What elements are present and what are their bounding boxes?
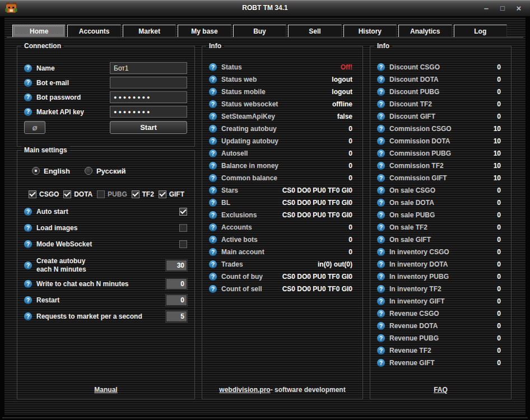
- market-api-key-input[interactable]: [110, 106, 187, 118]
- help-icon[interactable]: ?: [24, 240, 32, 248]
- tab-analytics[interactable]: Analytics: [398, 25, 452, 37]
- checkbox-icon[interactable]: [132, 190, 140, 198]
- info-row-in-inventory-tf2: ? In inventory TF2 0: [370, 283, 511, 295]
- game-option-tf2[interactable]: TF2: [132, 190, 154, 198]
- checkbox-icon[interactable]: [29, 190, 36, 198]
- checkbox-icon[interactable]: [63, 190, 71, 198]
- help-icon[interactable]: ?: [209, 223, 217, 231]
- maximize-button[interactable]: □: [496, 2, 509, 13]
- help-icon[interactable]: ?: [377, 211, 385, 219]
- help-icon[interactable]: ?: [377, 236, 385, 244]
- game-option-dota[interactable]: DOTA: [63, 190, 92, 198]
- help-icon[interactable]: ?: [377, 260, 385, 268]
- help-icon[interactable]: ?: [377, 297, 385, 305]
- help-icon[interactable]: ?: [209, 137, 217, 145]
- write-to-chat-each-n-minutes-input[interactable]: [166, 278, 187, 290]
- help-icon[interactable]: ?: [209, 236, 217, 244]
- help-icon[interactable]: ?: [377, 137, 385, 145]
- help-icon[interactable]: ?: [24, 280, 32, 288]
- help-icon[interactable]: ?: [209, 162, 217, 170]
- help-icon[interactable]: ?: [24, 296, 32, 304]
- help-icon[interactable]: ?: [377, 100, 385, 108]
- help-icon[interactable]: ?: [377, 150, 385, 157]
- help-icon[interactable]: ?: [209, 186, 217, 194]
- help-icon[interactable]: ?: [209, 150, 217, 157]
- name-input[interactable]: [110, 62, 187, 74]
- language-option-русский[interactable]: Русский: [85, 167, 126, 175]
- help-icon[interactable]: ?: [209, 76, 217, 83]
- help-icon[interactable]: ?: [377, 359, 385, 367]
- help-icon[interactable]: ?: [377, 76, 385, 83]
- help-icon[interactable]: ?: [377, 273, 385, 281]
- tab-sell[interactable]: Sell: [288, 25, 341, 37]
- toggle-password-visibility-button[interactable]: ø: [24, 121, 45, 134]
- game-option-pubg[interactable]: PUBG: [97, 190, 127, 198]
- tab-history[interactable]: History: [343, 25, 397, 37]
- help-icon[interactable]: ?: [209, 100, 217, 108]
- help-icon[interactable]: ?: [377, 285, 385, 293]
- checkbox-icon[interactable]: [159, 190, 166, 198]
- webdivision-link[interactable]: webdivision.pro: [219, 386, 270, 394]
- help-icon[interactable]: ?: [377, 162, 385, 170]
- help-icon[interactable]: ?: [209, 113, 217, 120]
- help-icon[interactable]: ?: [209, 285, 217, 293]
- faq-link[interactable]: FAQ: [434, 386, 448, 394]
- help-icon[interactable]: ?: [377, 186, 385, 194]
- close-button[interactable]: ×: [512, 2, 526, 13]
- start-button[interactable]: Start: [110, 121, 187, 134]
- help-icon[interactable]: ?: [377, 223, 385, 231]
- checkbox-icon[interactable]: [179, 224, 187, 232]
- checkbox-icon[interactable]: [97, 190, 105, 198]
- help-icon[interactable]: ?: [377, 88, 385, 96]
- tab-log[interactable]: Log: [454, 25, 507, 37]
- help-icon[interactable]: ?: [377, 322, 385, 330]
- help-icon[interactable]: ?: [209, 211, 217, 219]
- help-icon[interactable]: ?: [24, 224, 32, 232]
- minimize-button[interactable]: –: [480, 2, 493, 13]
- info-row-common-balance: ? Common balance 0: [202, 172, 362, 184]
- game-option-csgo[interactable]: CSGO: [29, 190, 59, 198]
- game-option-gift[interactable]: GIFT: [159, 190, 184, 198]
- bot-e-mail-input[interactable]: [110, 77, 187, 88]
- help-icon[interactable]: ?: [24, 94, 32, 101]
- help-icon[interactable]: ?: [377, 310, 385, 318]
- help-icon[interactable]: ?: [209, 273, 217, 281]
- tab-market[interactable]: Market: [123, 25, 176, 37]
- create-autobuy-each-n-minutes-input[interactable]: [166, 260, 187, 271]
- checkbox-icon[interactable]: [179, 240, 187, 248]
- info-row-on-sale-gift: ? On sale GIFT 0: [370, 234, 511, 246]
- help-icon[interactable]: ?: [24, 64, 32, 72]
- help-icon[interactable]: ?: [24, 108, 32, 116]
- checkbox-icon[interactable]: [179, 208, 187, 216]
- help-icon[interactable]: ?: [209, 63, 217, 71]
- help-icon[interactable]: ?: [377, 174, 385, 182]
- radio-icon[interactable]: [85, 167, 92, 175]
- restart-input[interactable]: [166, 295, 187, 306]
- help-icon[interactable]: ?: [377, 248, 385, 256]
- help-icon[interactable]: ?: [209, 248, 217, 256]
- tab-buy[interactable]: Buy: [233, 25, 286, 37]
- help-icon[interactable]: ?: [24, 208, 32, 216]
- bot-password-input[interactable]: [110, 91, 187, 103]
- requests-to-market-per-a-second-input[interactable]: [166, 311, 187, 322]
- help-icon[interactable]: ?: [209, 199, 217, 207]
- help-icon[interactable]: ?: [377, 199, 385, 207]
- help-icon[interactable]: ?: [377, 347, 385, 354]
- help-icon[interactable]: ?: [209, 88, 217, 96]
- help-icon[interactable]: ?: [24, 312, 32, 320]
- language-option-english[interactable]: English: [32, 167, 70, 175]
- tab-home[interactable]: Home: [12, 25, 66, 37]
- help-icon[interactable]: ?: [377, 334, 385, 342]
- help-icon[interactable]: ?: [377, 63, 385, 71]
- tab-my-base[interactable]: My base: [178, 25, 231, 37]
- help-icon[interactable]: ?: [209, 260, 217, 268]
- help-icon[interactable]: ?: [209, 125, 217, 133]
- help-icon[interactable]: ?: [377, 125, 385, 133]
- help-icon[interactable]: ?: [24, 262, 32, 269]
- radio-icon[interactable]: [32, 167, 40, 175]
- tab-accounts[interactable]: Accounts: [67, 25, 120, 37]
- manual-link[interactable]: Manual: [94, 386, 117, 394]
- help-icon[interactable]: ?: [209, 174, 217, 182]
- help-icon[interactable]: ?: [24, 79, 32, 87]
- help-icon[interactable]: ?: [377, 113, 385, 120]
